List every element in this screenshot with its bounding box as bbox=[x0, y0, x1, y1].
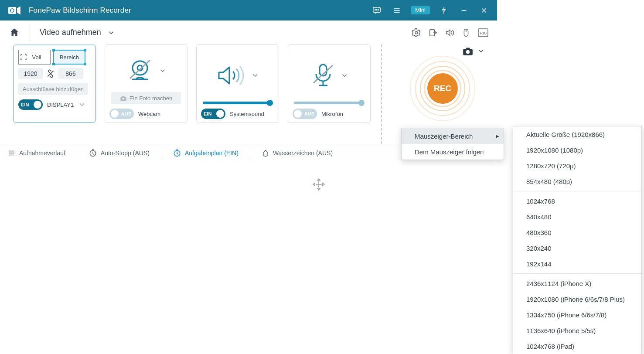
settings-icon[interactable] bbox=[412, 28, 421, 37]
exclusions-label: Ausschlüsse hinzufügen bbox=[23, 86, 84, 92]
chevron-down-icon[interactable] bbox=[78, 101, 86, 109]
mic-label: Mikrofon bbox=[321, 111, 343, 117]
mic-toggle-label: AUS bbox=[304, 111, 314, 116]
sound-slider[interactable] bbox=[203, 102, 273, 104]
display-card: Voll Bereich 1920 866 Ausschlüsse hinzuf… bbox=[13, 44, 96, 123]
size-item[interactable]: 1920x1080 (1080p) bbox=[513, 142, 641, 158]
export-icon[interactable] bbox=[428, 28, 438, 37]
chevron-down-icon[interactable] bbox=[341, 71, 348, 79]
full-option-label: Voll bbox=[32, 54, 41, 61]
size-item[interactable]: 2436x1124 (iPhone X) bbox=[513, 276, 641, 291]
link-icon[interactable] bbox=[46, 69, 55, 78]
app-title: FonePaw Bildschirm Recorder bbox=[29, 6, 131, 15]
record-button-wrap: REC bbox=[410, 56, 475, 121]
exclusions-button[interactable]: Ausschlüsse hinzufügen bbox=[18, 83, 88, 95]
app-logo-icon bbox=[8, 6, 21, 15]
volume-icon[interactable] bbox=[445, 28, 454, 37]
history-button[interactable]: Aufnahmeverlauf bbox=[8, 149, 65, 157]
webcam-toggle-label: AUS bbox=[121, 111, 131, 116]
menu-item-label: Dem Mauszeiger folgen bbox=[415, 148, 484, 156]
watermark-label: Wasserzeichen (AUS) bbox=[273, 150, 333, 157]
size-item[interactable]: 1920x1080 (iPhone 6/6s/7/8 Plus) bbox=[513, 291, 641, 307]
size-item[interactable]: 1024x768 bbox=[513, 193, 641, 209]
svg-point-13 bbox=[133, 61, 147, 75]
mic-slider[interactable] bbox=[294, 102, 364, 104]
size-item[interactable]: 320x240 bbox=[513, 240, 641, 256]
svg-point-4 bbox=[376, 9, 377, 10]
history-label: Aufnahmeverlauf bbox=[19, 150, 65, 157]
width-input[interactable]: 1920 bbox=[18, 68, 43, 79]
separator bbox=[30, 27, 30, 39]
mode-select[interactable]: Video aufnehmen bbox=[40, 28, 115, 37]
speaker-icon bbox=[216, 64, 247, 87]
chevron-right-icon: ▸ bbox=[496, 132, 499, 140]
take-photo-label: Ein Foto machen bbox=[129, 95, 172, 102]
move-cursor-icon bbox=[312, 178, 325, 191]
vertical-separator bbox=[381, 44, 382, 144]
mouse-icon[interactable] bbox=[461, 28, 471, 37]
autostop-button[interactable]: Auto-Stopp (AUS) bbox=[89, 149, 150, 157]
mode-label: Video aufnehmen bbox=[40, 28, 101, 37]
size-item[interactable]: 1136x640 (iPhone 5/5s) bbox=[513, 323, 641, 338]
svg-point-6 bbox=[415, 31, 418, 34]
chevron-down-icon[interactable] bbox=[477, 47, 485, 55]
svg-point-5 bbox=[378, 9, 379, 10]
display-toggle-label: EIN bbox=[21, 102, 29, 107]
camera-icon[interactable] bbox=[462, 46, 474, 56]
region-segment: Voll Bereich bbox=[18, 50, 91, 65]
titlebar: FonePaw Bildschirm Recorder Mini bbox=[0, 0, 497, 20]
systemsound-card: EIN Systemsound bbox=[196, 44, 279, 123]
monitor-select[interactable]: DISPLAY1 bbox=[47, 102, 74, 108]
svg-point-16 bbox=[123, 98, 125, 100]
sound-label: Systemsound bbox=[230, 111, 264, 117]
mode-toolbar: Video aufnehmen F10 bbox=[0, 20, 497, 44]
size-item[interactable]: 480x360 bbox=[513, 225, 641, 240]
size-item[interactable]: 1024x768 (iPad) bbox=[513, 338, 641, 354]
region-option[interactable]: Bereich bbox=[53, 50, 85, 65]
size-item[interactable]: 640x480 bbox=[513, 209, 641, 225]
size-item[interactable]: Aktuelle Größe (1920x866) bbox=[513, 126, 641, 142]
size-item[interactable]: 854x480 (480p) bbox=[513, 174, 641, 189]
full-option[interactable]: Voll bbox=[18, 50, 51, 65]
menu-item-cursor-area[interactable]: Mauszeiger-Bereich ▸ bbox=[402, 128, 504, 144]
mic-toggle[interactable]: AUS bbox=[293, 109, 317, 119]
menu-icon[interactable] bbox=[391, 4, 403, 17]
close-icon[interactable] bbox=[478, 4, 490, 17]
height-input[interactable]: 866 bbox=[58, 68, 83, 79]
watermark-button[interactable]: Wasserzeichen (AUS) bbox=[262, 149, 333, 157]
home-icon[interactable] bbox=[9, 27, 20, 38]
svg-rect-0 bbox=[8, 7, 16, 14]
size-item[interactable]: 1280x720 (720p) bbox=[513, 158, 641, 174]
chevron-down-icon[interactable] bbox=[159, 67, 167, 75]
webcam-icon bbox=[126, 58, 154, 83]
autostop-label: Auto-Stopp (AUS) bbox=[101, 150, 150, 157]
chevron-down-icon[interactable] bbox=[251, 71, 259, 79]
menu-item-label: Mauszeiger-Bereich bbox=[415, 133, 473, 140]
sound-toggle[interactable]: EIN bbox=[201, 109, 225, 119]
size-item[interactable]: 1334x750 (iPhone 6/6s/7/8) bbox=[513, 307, 641, 323]
svg-text:F10: F10 bbox=[480, 31, 487, 35]
webcam-card: Ein Foto machen AUS Webcam bbox=[105, 44, 187, 123]
region-option-label: Bereich bbox=[60, 54, 79, 61]
hotkey-icon[interactable]: F10 bbox=[478, 28, 488, 37]
svg-point-19 bbox=[466, 50, 470, 54]
microphone-card: AUS Mikrofon bbox=[288, 44, 371, 123]
minimize-icon[interactable] bbox=[458, 4, 470, 17]
size-menu: Aktuelle Größe (1920x866) 1920x1080 (108… bbox=[513, 126, 642, 354]
record-mode-menu: Mauszeiger-Bereich ▸ Dem Mauszeiger folg… bbox=[401, 128, 504, 160]
schedule-button[interactable]: Aufgabenplan (EIN) bbox=[173, 149, 239, 157]
schedule-label: Aufgabenplan (EIN) bbox=[185, 150, 239, 157]
take-photo-button[interactable]: Ein Foto machen bbox=[111, 92, 181, 104]
display-toggle[interactable]: EIN bbox=[18, 99, 43, 110]
feedback-icon[interactable] bbox=[371, 4, 383, 17]
microphone-icon bbox=[310, 63, 336, 88]
size-item[interactable]: 192x144 bbox=[513, 256, 641, 272]
pin-icon[interactable] bbox=[438, 4, 450, 17]
menu-item-follow-cursor[interactable]: Dem Mauszeiger folgen bbox=[402, 144, 504, 160]
webcam-toggle[interactable]: AUS bbox=[109, 109, 134, 119]
dimensions-row: 1920 866 bbox=[18, 68, 91, 79]
webcam-label: Webcam bbox=[138, 111, 160, 117]
sound-toggle-label: EIN bbox=[204, 111, 211, 116]
mini-button[interactable]: Mini bbox=[411, 6, 430, 14]
svg-point-3 bbox=[375, 9, 376, 10]
